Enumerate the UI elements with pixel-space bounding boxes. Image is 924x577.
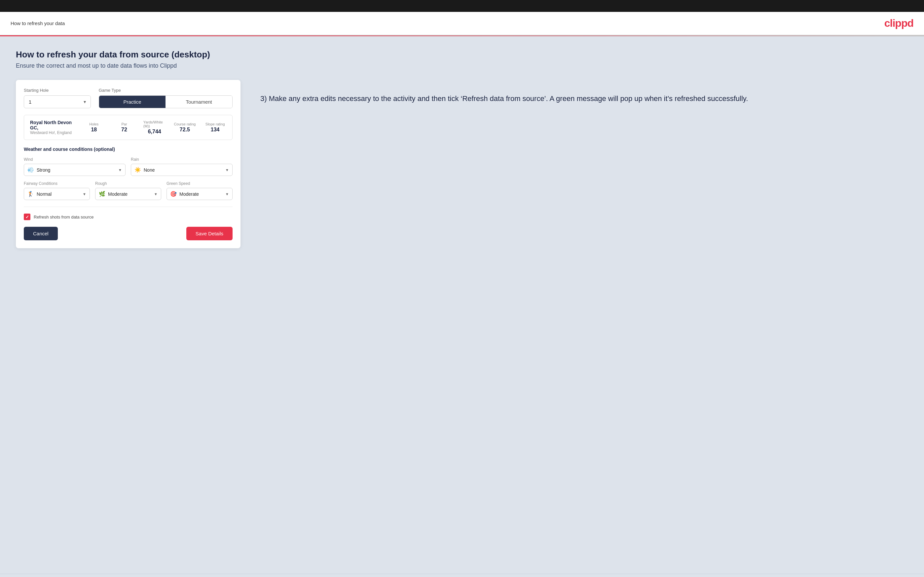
- wind-chevron-icon: ▼: [118, 168, 122, 172]
- form-actions: Cancel Save Details: [24, 227, 233, 240]
- rain-value: None: [144, 168, 220, 172]
- holes-value: 18: [91, 127, 97, 133]
- wind-icon: 💨: [27, 167, 34, 173]
- content-area: Starting Hole 1 ▼ Game Type Practice Tou…: [16, 80, 908, 248]
- fairway-label: Fairway Conditions: [24, 181, 90, 186]
- green-speed-select[interactable]: 🎯 Moderate ▼: [166, 188, 233, 200]
- game-type-toggle: Practice Tournament: [99, 95, 233, 108]
- fairway-rough-green-row: Fairway Conditions 🏌️ Normal ▼ Rough 🌿 M…: [24, 181, 233, 200]
- rain-chevron-icon: ▼: [225, 168, 229, 172]
- rain-label: Rain: [131, 157, 233, 162]
- form-card: Starting Hole 1 ▼ Game Type Practice Tou…: [16, 80, 241, 248]
- fairway-value: Normal: [37, 192, 78, 197]
- starting-hole-row: Starting Hole 1 ▼ Game Type Practice Tou…: [24, 88, 233, 108]
- side-description: 3) Make any extra edits necessary to the…: [260, 80, 908, 104]
- yards-value: 6,744: [148, 129, 161, 135]
- page-subtitle: Ensure the correct and most up to date d…: [16, 62, 908, 69]
- starting-hole-select[interactable]: 1: [24, 95, 91, 108]
- game-type-label: Game Type: [99, 88, 233, 93]
- wind-select[interactable]: 💨 Strong ▼: [24, 164, 126, 176]
- green-speed-icon: 🎯: [170, 191, 177, 197]
- course-rating-label: Course rating: [174, 122, 195, 126]
- par-stat: Par 72: [113, 122, 136, 133]
- checkmark-icon: ✓: [26, 214, 29, 219]
- save-button[interactable]: Save Details: [186, 227, 233, 240]
- conditions-section-label: Weather and course conditions (optional): [24, 147, 233, 152]
- practice-button[interactable]: Practice: [99, 96, 166, 108]
- slope-rating-value: 134: [211, 127, 220, 133]
- wind-label: Wind: [24, 157, 126, 162]
- green-speed-value: Moderate: [179, 192, 220, 197]
- tournament-button[interactable]: Tournament: [165, 96, 232, 108]
- yards-label: Yards/White (M)): [144, 120, 166, 128]
- slope-rating-stat: Slope rating 134: [204, 122, 226, 133]
- top-bar: [0, 0, 924, 12]
- rough-icon: 🌿: [99, 191, 105, 197]
- par-label: Par: [121, 122, 127, 126]
- rough-chevron-icon: ▼: [154, 192, 158, 196]
- rain-icon: ☀️: [134, 167, 141, 173]
- fairway-group: Fairway Conditions 🏌️ Normal ▼: [24, 181, 90, 200]
- header-title: How to refresh your data: [11, 21, 65, 26]
- side-description-text: 3) Make any extra edits necessary to the…: [260, 93, 908, 104]
- refresh-checkbox[interactable]: ✓: [24, 214, 31, 220]
- starting-hole-select-wrapper: 1 ▼: [24, 95, 91, 108]
- main-content: How to refresh your data from source (de…: [0, 36, 924, 574]
- logo: clippd: [884, 17, 913, 29]
- holes-stat: Holes 18: [82, 122, 105, 133]
- rain-group: Rain ☀️ None ▼: [131, 157, 233, 176]
- wind-value: Strong: [37, 168, 113, 172]
- course-name: Royal North Devon GC,: [30, 120, 75, 131]
- fairway-chevron-icon: ▼: [82, 192, 86, 196]
- course-rating-stat: Course rating 72.5: [174, 122, 196, 133]
- rough-group: Rough 🌿 Moderate ▼: [95, 181, 161, 200]
- fairway-icon: 🏌️: [27, 191, 34, 197]
- green-speed-chevron-icon: ▼: [225, 192, 229, 196]
- cancel-button[interactable]: Cancel: [24, 227, 58, 240]
- par-value: 72: [121, 127, 127, 133]
- course-rating-value: 72.5: [180, 127, 190, 133]
- course-location: Westward Ho!, England: [30, 131, 75, 135]
- header: How to refresh your data clippd: [0, 12, 924, 35]
- rough-value: Moderate: [108, 192, 149, 197]
- game-type-group: Game Type Practice Tournament: [99, 88, 233, 108]
- rough-select[interactable]: 🌿 Moderate ▼: [95, 188, 161, 200]
- starting-hole-group: Starting Hole 1 ▼: [24, 88, 91, 108]
- slope-rating-label: Slope rating: [205, 122, 225, 126]
- green-speed-label: Green Speed: [166, 181, 233, 186]
- course-name-section: Royal North Devon GC, Westward Ho!, Engl…: [30, 120, 75, 135]
- rough-label: Rough: [95, 181, 161, 186]
- fairway-select[interactable]: 🏌️ Normal ▼: [24, 188, 90, 200]
- starting-hole-label: Starting Hole: [24, 88, 91, 93]
- page-title: How to refresh your data from source (de…: [16, 50, 908, 60]
- refresh-checkbox-label: Refresh shots from data source: [34, 214, 94, 219]
- green-speed-group: Green Speed 🎯 Moderate ▼: [166, 181, 233, 200]
- wind-group: Wind 💨 Strong ▼: [24, 157, 126, 176]
- footer: Copyright Clippd 2022: [0, 574, 924, 577]
- holes-label: Holes: [89, 122, 99, 126]
- rain-select[interactable]: ☀️ None ▼: [131, 164, 233, 176]
- refresh-checkbox-row: ✓ Refresh shots from data source: [24, 214, 233, 220]
- yards-stat: Yards/White (M)) 6,744: [144, 120, 166, 135]
- wind-rain-row: Wind 💨 Strong ▼ Rain ☀️ None ▼: [24, 157, 233, 176]
- divider: [24, 206, 233, 207]
- course-info-box: Royal North Devon GC, Westward Ho!, Engl…: [24, 115, 233, 140]
